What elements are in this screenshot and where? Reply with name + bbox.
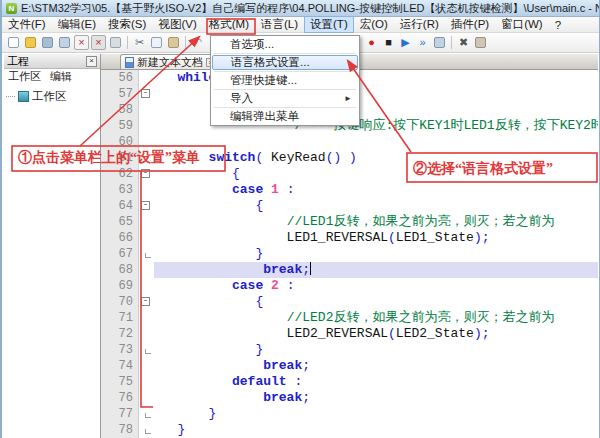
menu-format[interactable]: 格式(M): [203, 16, 255, 33]
code-line-70[interactable]: 70- {: [101, 294, 598, 310]
tab-new-text-document[interactable]: 新建文本文档 ×: [120, 54, 220, 69]
menu-separator: [214, 71, 356, 72]
fold-open-icon[interactable]: -: [141, 169, 150, 178]
code-line-77[interactable]: 77 }: [101, 406, 598, 422]
fold-margin: [139, 422, 154, 438]
code-line-76[interactable]: 76 break;: [101, 390, 598, 406]
line-number: 67: [101, 246, 139, 262]
notepad-window: N E:\STM32学习\05.【基于野火ISO-V2】自己编写的程序\04.P…: [0, 0, 600, 438]
fold-open-icon[interactable]: -: [141, 89, 150, 98]
close-file-icon[interactable]: ×: [74, 35, 89, 50]
fold-margin: -: [139, 198, 154, 214]
menu-settings[interactable]: 设置(T): [304, 16, 354, 33]
line-number: 72: [101, 326, 139, 342]
line-number: 71: [101, 310, 139, 326]
code-text: //LED2反转，如果之前为亮，则灭；若之前为: [154, 310, 598, 326]
toolbar-separator: [451, 36, 452, 49]
new-file-icon[interactable]: [6, 35, 21, 50]
code-line-78[interactable]: 78 }: [101, 422, 598, 438]
code-line-68[interactable]: 68 break;: [101, 262, 598, 278]
settings-dropdown-menu: 首选项...语言格式设置...管理快捷键...导入►编辑弹出菜单: [210, 35, 360, 126]
code-line-75[interactable]: 75 default :: [101, 374, 598, 390]
fold-margin: [139, 390, 154, 406]
fold-margin: [139, 310, 154, 326]
code-text: }: [154, 342, 598, 358]
line-number: 73: [101, 342, 139, 358]
menu-item-preferences[interactable]: 首选项...: [212, 37, 358, 52]
fold-margin: -: [139, 86, 154, 102]
code-line-72[interactable]: 72 LED2_REVERSAL(LED2_State);: [101, 326, 598, 342]
line-number: 70: [101, 294, 139, 310]
line-number: 56: [101, 70, 139, 86]
line-number: 78: [101, 422, 139, 438]
code-line-67[interactable]: 67 }: [101, 246, 598, 262]
undo-icon[interactable]: ↶: [190, 35, 205, 50]
paste-icon[interactable]: [166, 35, 181, 50]
menu-item-edit-popup-menu[interactable]: 编辑弹出菜单: [212, 109, 358, 124]
run-macro-multiple-icon[interactable]: »: [415, 35, 430, 50]
menu-view[interactable]: 视图(V): [152, 16, 202, 33]
menu-plugins[interactable]: 插件(P): [445, 16, 495, 33]
menu-item-import[interactable]: 导入►: [212, 91, 358, 106]
plugin-icon-1[interactable]: ✖: [456, 35, 471, 50]
print-icon[interactable]: [108, 35, 123, 50]
tab-label: 新建文本文档: [137, 55, 203, 70]
fold-margin: [139, 262, 154, 278]
record-macro-icon[interactable]: ●: [364, 35, 379, 50]
code-line-73[interactable]: 73 }: [101, 342, 598, 358]
stop-macro-icon[interactable]: ■: [381, 35, 396, 50]
menu-file[interactable]: 文件(F): [2, 16, 52, 33]
save-all-icon[interactable]: [57, 35, 72, 50]
plugin-icon-2[interactable]: [473, 35, 488, 50]
menu-separator: [214, 89, 356, 90]
code-line-63[interactable]: 63 case 1 :: [101, 182, 598, 198]
code-text: break;: [154, 358, 598, 374]
save-macro-icon[interactable]: [432, 35, 447, 50]
line-number: 64: [101, 198, 139, 214]
code-line-66[interactable]: 66 LED1_REVERSAL(LED1_State);: [101, 230, 598, 246]
code-line-60[interactable]: 60: [101, 134, 598, 150]
tree-item-workspace[interactable]: 工作区: [6, 89, 98, 104]
fold-open-icon[interactable]: -: [141, 201, 150, 210]
code-line-71[interactable]: 71 //LED2反转，如果之前为亮，则灭；若之前为: [101, 310, 598, 326]
menu-edit[interactable]: 编辑(E): [52, 16, 102, 33]
fold-end-icon: [145, 413, 151, 418]
code-line-64[interactable]: 64- {: [101, 198, 598, 214]
menu-separator: [214, 107, 356, 108]
copy-icon[interactable]: [149, 35, 164, 50]
menu-macro[interactable]: 宏(O): [354, 16, 394, 33]
code-text: [154, 134, 598, 150]
menu-item-shortcut-mapper[interactable]: 管理快捷键...: [212, 73, 358, 88]
line-number: 69: [101, 278, 139, 294]
fold-end-icon: [145, 253, 151, 258]
line-number: 63: [101, 182, 139, 198]
open-folder-icon[interactable]: [23, 35, 38, 50]
menu-search[interactable]: 搜索(S): [102, 16, 152, 33]
text-cursor: [310, 262, 311, 275]
play-macro-icon[interactable]: ▶: [398, 35, 413, 50]
code-text: }: [154, 406, 598, 422]
code-line-74[interactable]: 74 break;: [101, 358, 598, 374]
notepad-plus-icon: N: [6, 3, 17, 14]
code-line-69[interactable]: 69 case 2 :: [101, 278, 598, 294]
menu-run[interactable]: 运行(R): [394, 16, 445, 33]
close-all-icon[interactable]: ×: [91, 35, 106, 50]
panel-close-icon[interactable]: ×: [86, 56, 97, 67]
code-line-65[interactable]: 65 //LED1反转，如果之前为亮，则灭；若之前为: [101, 214, 598, 230]
save-icon[interactable]: [40, 35, 55, 50]
cut-icon[interactable]: ✂: [132, 35, 147, 50]
fold-open-icon[interactable]: -: [141, 297, 150, 306]
project-panel: 工程 × 工作区 编辑 工作区: [4, 54, 101, 438]
code-text: }: [154, 422, 598, 438]
menu-language[interactable]: 语言(L): [255, 16, 304, 33]
menu-window[interactable]: 窗口(W): [495, 16, 549, 33]
menu-help[interactable]: ?: [549, 18, 567, 32]
workspace-menu-item[interactable]: 工作区: [8, 69, 41, 84]
fold-margin: -: [139, 294, 154, 310]
edit-menu-item[interactable]: 编辑: [50, 69, 72, 84]
fold-margin: [139, 326, 154, 342]
menu-item-style-configurator[interactable]: 语言格式设置...: [212, 55, 358, 70]
saved-file-icon: [125, 57, 134, 68]
fold-margin: [139, 342, 154, 358]
fold-margin: [139, 182, 154, 198]
